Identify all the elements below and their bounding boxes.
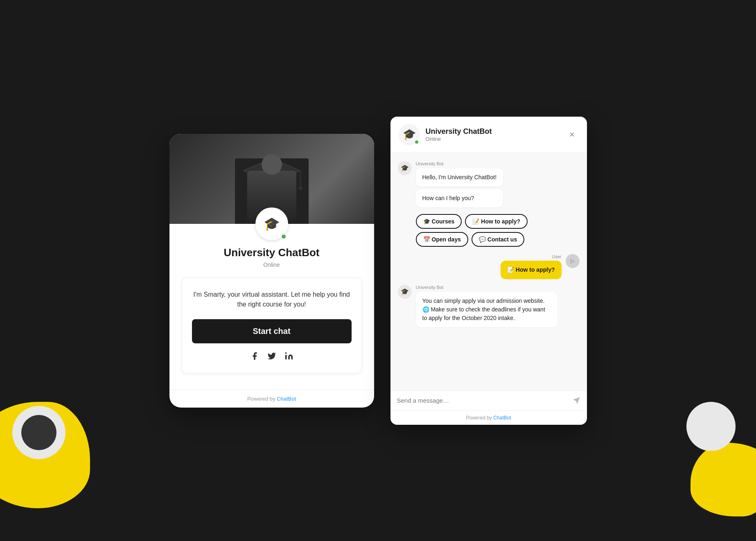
- phone-footer: Powered by ChatBot: [169, 390, 374, 408]
- phone-footer-link[interactable]: ChatBot: [277, 396, 296, 402]
- bot-message-row-1: 🎓 University Bot Hello, I'm University C…: [398, 161, 580, 210]
- quick-reply-courses[interactable]: 🎓 Courses: [416, 214, 462, 229]
- bot-response-bubble: You can simply apply via our admission w…: [416, 292, 557, 327]
- circle-white-right: [686, 402, 736, 451]
- user-msg-group: User 📝 How to apply?: [501, 254, 562, 282]
- scene: 🎓 University ChatBot Online I'm Smarty, …: [92, 117, 665, 425]
- online-dot-chat: [414, 140, 419, 144]
- chat-avatar: 🎓: [399, 124, 420, 145]
- bot-sender-label: University Bot: [416, 161, 503, 166]
- quick-reply-contact-us[interactable]: 💬 Contact us: [472, 232, 524, 247]
- bot-bubble-2: How can I help you?: [416, 189, 503, 207]
- bot-avatar-small: 🎓: [398, 161, 412, 175]
- chat-footer: Powered by ChatBot: [390, 410, 587, 425]
- user-bubble: 📝 How to apply?: [501, 261, 562, 279]
- online-dot-phone: [281, 234, 287, 239]
- bot-message-row-2: 🎓 University Bot You can simply apply vi…: [398, 285, 580, 330]
- quick-replies: 🎓 Courses 📝 How to apply? 📅 Open days 💬 …: [416, 214, 580, 247]
- close-button[interactable]: ×: [566, 128, 579, 141]
- svg-point-3: [298, 186, 302, 190]
- chat-header: 🎓 University ChatBot Online ×: [390, 117, 587, 153]
- quick-reply-how-to-apply[interactable]: 📝 How to apply?: [465, 214, 528, 229]
- user-message-section: ▷ User 📝 How to apply?: [398, 254, 580, 282]
- svg-point-4: [285, 352, 287, 354]
- blob-yellow-right: [691, 443, 756, 516]
- circle-inner-left: [21, 415, 56, 450]
- user-label: User: [501, 254, 562, 259]
- phone-widget: 🎓 University ChatBot Online I'm Smarty, …: [169, 134, 374, 408]
- user-avatar-small: ▷: [566, 254, 580, 268]
- svg-marker-6: [573, 397, 580, 404]
- social-icons: [192, 352, 352, 363]
- phone-footer-text: Powered by: [247, 396, 277, 402]
- chat-messages: 🎓 University Bot Hello, I'm University C…: [390, 153, 587, 390]
- twitter-icon[interactable]: [267, 352, 276, 363]
- bot-sender-label-2: University Bot: [416, 285, 557, 290]
- chat-input-area: [390, 390, 587, 410]
- user-message-row: ▷ User 📝 How to apply?: [398, 254, 580, 282]
- bot-message-group-1: University Bot Hello, I'm University Cha…: [416, 161, 503, 210]
- phone-body: University ChatBot Online I'm Smarty, yo…: [169, 224, 374, 390]
- phone-title: University ChatBot: [182, 246, 362, 259]
- facebook-icon[interactable]: [250, 352, 259, 363]
- chat-header-info: University ChatBot Online: [426, 127, 566, 142]
- send-button[interactable]: [572, 397, 580, 405]
- bot-avatar-small-2: 🎓: [398, 285, 412, 299]
- bot-message-group-2: University Bot You can simply apply via …: [416, 285, 557, 330]
- chat-header-status: Online: [426, 136, 566, 142]
- chat-footer-text: Powered by: [466, 415, 493, 421]
- chat-input[interactable]: [397, 397, 568, 404]
- chat-widget: 🎓 University ChatBot Online × 🎓 Universi…: [390, 117, 587, 425]
- chat-header-title: University ChatBot: [426, 127, 566, 136]
- phone-card: I'm Smarty, your virtual assistant. Let …: [182, 278, 362, 373]
- linkedin-icon[interactable]: [284, 352, 293, 363]
- bot-bubble-1: Hello, I'm University ChatBot!: [416, 168, 503, 187]
- phone-card-text: I'm Smarty, your virtual assistant. Let …: [192, 290, 352, 309]
- quick-reply-open-days[interactable]: 📅 Open days: [416, 232, 468, 247]
- chat-footer-link[interactable]: ChatBot: [493, 415, 511, 421]
- phone-status: Online: [182, 261, 362, 268]
- start-chat-button[interactable]: Start chat: [192, 319, 352, 343]
